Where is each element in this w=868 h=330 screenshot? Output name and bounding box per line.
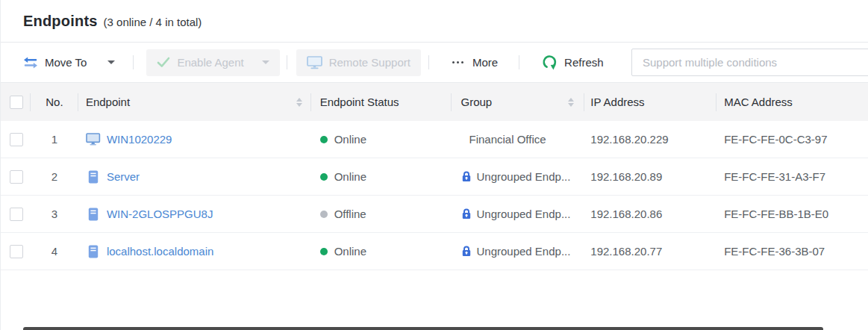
search-box <box>631 49 868 76</box>
table-body: 1 WIN1020229 Online <box>1 121 868 270</box>
status-dot <box>320 136 328 143</box>
move-to-icon <box>23 57 38 69</box>
group-label: Ungrouped Endp... <box>476 208 570 220</box>
move-to-button[interactable]: Move To <box>23 49 122 76</box>
remote-support-button[interactable]: Remote Support <box>296 49 421 76</box>
group-label: Financial Office <box>469 133 546 146</box>
row-checkbox[interactable] <box>10 245 23 258</box>
toolbar-separator <box>428 55 429 69</box>
row-checkbox[interactable] <box>10 170 23 184</box>
mac-address: FE-FC-FE-0C-C3-97 <box>716 121 868 158</box>
table-row: 4 localhost.localdomain Online <box>1 233 868 270</box>
column-header-status: Endpoint Status <box>311 83 452 121</box>
refresh-button[interactable]: Refresh <box>542 49 611 76</box>
row-checkbox[interactable] <box>10 133 23 146</box>
status-label: Online <box>334 245 366 258</box>
row-checkbox-cell <box>1 233 31 270</box>
column-header-endpoint-label: Endpoint <box>86 96 130 108</box>
search-input[interactable] <box>631 49 868 76</box>
check-icon <box>157 57 170 68</box>
row-number: 3 <box>31 196 78 232</box>
column-header-ip: IP Address <box>584 83 716 121</box>
sort-icon[interactable] <box>296 98 302 107</box>
row-number: 2 <box>31 158 78 195</box>
horizontal-scrollbar-thumb[interactable] <box>23 327 823 330</box>
sort-icon[interactable] <box>568 98 574 107</box>
endpoints-page: Endpoints (3 online / 4 in total) Move T… <box>0 0 868 330</box>
move-to-label: Move To <box>45 56 87 69</box>
ip-address: 192.168.20.89 <box>584 158 716 195</box>
table-row: 3 WIN-2GLOSPPGU8J Offline <box>1 196 868 233</box>
select-all-checkbox[interactable] <box>10 96 23 109</box>
enable-agent-button[interactable]: Enable Agent <box>146 49 279 76</box>
status-label: Online <box>334 170 366 183</box>
mac-address: FE-FC-FE-31-A3-F7 <box>716 158 868 195</box>
mac-address: FE-FC-FE-36-3B-07 <box>716 233 868 270</box>
status-cell: Online <box>311 121 452 158</box>
server-icon <box>86 245 101 258</box>
page-title: Endpoints <box>23 13 98 30</box>
row-checkbox-cell <box>1 158 31 195</box>
ip-address: 192.168.20.86 <box>584 196 716 232</box>
ip-address: 192.168.20.229 <box>584 121 716 158</box>
endpoint-link[interactable]: WIN1020229 <box>107 133 172 146</box>
group-cell: Ungrouped Endp... <box>452 158 584 195</box>
row-number: 1 <box>31 121 78 158</box>
more-button[interactable]: More <box>452 49 505 76</box>
group-cell: Ungrouped Endp... <box>452 196 584 232</box>
endpoint-link[interactable]: WIN-2GLOSPPGU8J <box>107 208 213 220</box>
endpoint-link[interactable]: Server <box>107 170 140 183</box>
status-dot <box>320 173 328 181</box>
table-header: No. Endpoint Endpoint Status Group IP Ad… <box>1 82 868 121</box>
lock-icon <box>460 245 472 258</box>
status-label: Online <box>334 133 366 146</box>
refresh-label: Refresh <box>564 56 604 69</box>
row-checkbox-cell <box>1 121 31 158</box>
endpoint-link[interactable]: localhost.localdomain <box>107 245 213 258</box>
group-label: Ungrouped Endp... <box>476 170 570 183</box>
refresh-icon <box>542 55 558 70</box>
column-header-no: No. <box>31 83 78 121</box>
lock-icon <box>460 208 472 220</box>
toolbar-separator <box>287 55 287 69</box>
endpoint-cell: localhost.localdomain <box>78 233 311 270</box>
title-bar: Endpoints (3 online / 4 in total) <box>1 0 868 43</box>
status-dot <box>320 248 328 255</box>
select-all-cell <box>1 83 31 121</box>
ip-address: 192.168.20.77 <box>584 233 716 270</box>
group-cell: Financial Office <box>452 121 584 158</box>
monitor-icon <box>307 56 322 69</box>
toolbar: Move To Enable Agent Remote Supp <box>1 43 868 82</box>
status-cell: Online <box>311 158 452 195</box>
column-header-endpoint[interactable]: Endpoint <box>78 83 311 121</box>
column-header-group-label: Group <box>460 96 492 108</box>
status-cell: Online <box>311 233 452 270</box>
page-subtitle: (3 online / 4 in total) <box>104 14 202 28</box>
enable-agent-label: Enable Agent <box>177 56 243 69</box>
row-number: 4 <box>31 233 78 270</box>
more-dots-icon <box>452 61 466 63</box>
table-row: 1 WIN1020229 Online <box>1 121 868 158</box>
endpoint-cell: WIN1020229 <box>78 121 311 158</box>
server-icon <box>86 208 101 221</box>
group-cell: Ungrouped Endp... <box>452 233 584 270</box>
more-label: More <box>472 56 498 69</box>
endpoint-cell: Server <box>78 158 311 195</box>
column-header-mac: MAC Address <box>716 83 868 121</box>
enable-agent-dropdown-caret[interactable] <box>262 60 269 64</box>
row-checkbox[interactable] <box>10 208 23 221</box>
status-label: Offline <box>334 208 366 220</box>
monitor-icon <box>86 133 101 146</box>
group-label: Ungrouped Endp... <box>476 245 570 258</box>
toolbar-separator <box>133 55 134 69</box>
column-header-group[interactable]: Group <box>452 83 584 121</box>
status-cell: Offline <box>311 196 452 232</box>
remote-support-label: Remote Support <box>329 56 410 69</box>
table-row: 2 Server Online <box>1 158 868 196</box>
server-icon <box>86 170 101 184</box>
row-checkbox-cell <box>1 196 31 232</box>
status-dot <box>320 211 328 218</box>
mac-address: FE-FC-FE-BB-1B-E0 <box>716 196 868 232</box>
lock-icon <box>460 170 472 183</box>
move-to-dropdown-caret[interactable] <box>107 60 115 64</box>
